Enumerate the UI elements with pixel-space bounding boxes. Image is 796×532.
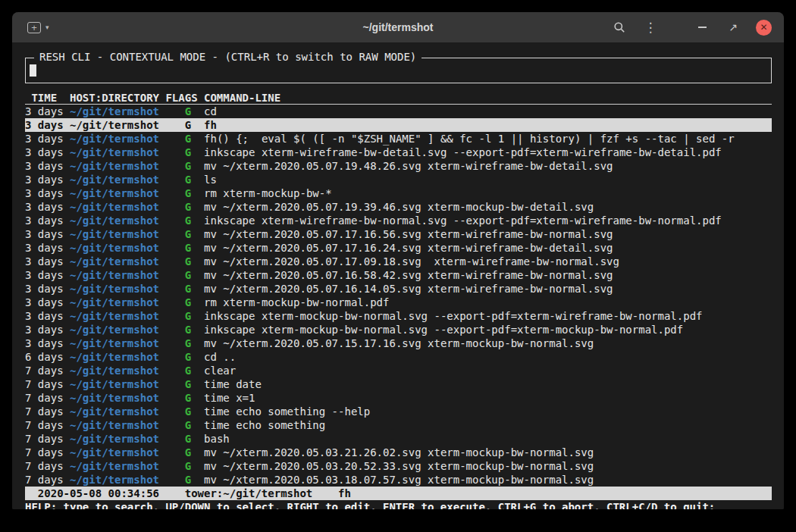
history-row[interactable]: 3 days ~/git/termshot G inkscape xterm-w…	[25, 146, 772, 159]
row-command: fh	[204, 119, 217, 131]
row-time: 3 days	[25, 242, 64, 254]
row-time: 7 days	[25, 405, 64, 418]
history-row[interactable]: 7 days ~/git/termshot G mv ~/xterm.2020.…	[25, 446, 772, 459]
terminal-screen[interactable]: RESH CLI - CONTEXTUAL MODE - (CTRL+R to …	[12, 43, 784, 509]
close-button[interactable]: ✕	[756, 20, 772, 36]
history-row[interactable]: 3 days ~/git/termshot G cd	[25, 105, 772, 118]
restore-icon: ↗	[729, 21, 738, 33]
minimize-button[interactable]	[694, 19, 710, 36]
row-flags: G	[185, 419, 191, 431]
row-host-directory: ~/git/termshot	[70, 133, 159, 145]
history-row[interactable]: 7 days ~/git/termshot G time echo someth…	[25, 418, 772, 432]
history-row[interactable]: 3 days ~/git/termshot G fh	[25, 118, 772, 132]
row-host-directory: ~/git/termshot	[70, 378, 159, 390]
history-row[interactable]: 6 days ~/git/termshot G cd ..	[25, 350, 772, 364]
history-row[interactable]: 3 days ~/git/termshot G mv ~/xterm.2020.…	[25, 227, 772, 241]
row-flags: G	[185, 392, 191, 404]
history-row[interactable]: 7 days ~/git/termshot G time echo someth…	[25, 405, 772, 418]
row-host-directory: ~/git/termshot	[70, 392, 159, 404]
row-time: 3 days	[25, 310, 64, 322]
minimize-icon	[698, 27, 707, 28]
search-button[interactable]	[611, 19, 628, 36]
row-command: mv ~/xterm.2020.05.07.19.48.26.svg xterm…	[204, 160, 613, 172]
history-row[interactable]: 3 days ~/git/termshot G mv ~/xterm.2020.…	[25, 282, 772, 296]
row-command: cd ..	[204, 351, 236, 363]
row-flags: G	[185, 146, 191, 158]
titlebar[interactable]: + ▾ ~/git/termshot ⋮ ↗ ✕	[12, 12, 784, 43]
row-flags: G	[185, 255, 191, 268]
history-row[interactable]: 3 days ~/git/termshot G rm xterm-mockup-…	[25, 186, 772, 200]
history-row[interactable]: 3 days ~/git/termshot G mv ~/xterm.2020.…	[25, 200, 772, 214]
row-flags: G	[185, 160, 191, 172]
row-time: 3 days	[25, 119, 64, 131]
history-row[interactable]: 3 days ~/git/termshot G inkscape xterm-m…	[25, 323, 772, 336]
row-flags: G	[185, 446, 191, 458]
row-host-directory: ~/git/termshot	[70, 255, 159, 268]
row-host-directory: ~/git/termshot	[70, 242, 159, 254]
row-host-directory: ~/git/termshot	[70, 419, 159, 431]
row-time: 3 days	[25, 255, 64, 268]
close-icon: ✕	[760, 23, 767, 32]
row-time: 3 days	[25, 269, 64, 281]
history-row[interactable]: 3 days ~/git/termshot G mv ~/xterm.2020.…	[25, 336, 772, 350]
row-time: 6 days	[25, 351, 64, 363]
row-flags: G	[185, 201, 191, 213]
status-bar: 2020-05-08 00:34:56 tower:~/git/termshot…	[25, 487, 772, 500]
row-time: 7 days	[25, 433, 64, 445]
row-time: 7 days	[25, 378, 64, 390]
help-line: HELP: type to search, UP/DOWN to select,…	[25, 500, 772, 509]
resh-search-input[interactable]: RESH CLI - CONTEXTUAL MODE - (CTRL+R to …	[25, 58, 772, 83]
row-host-directory: ~/git/termshot	[70, 214, 159, 227]
history-row[interactable]: 7 days ~/git/termshot G mv ~/xterm.2020.…	[25, 473, 772, 487]
row-host-directory: ~/git/termshot	[70, 105, 159, 117]
restore-button[interactable]: ↗	[725, 19, 741, 36]
history-row[interactable]: 7 days ~/git/termshot G bash	[25, 432, 772, 446]
history-row[interactable]: 3 days ~/git/termshot G ls	[25, 173, 772, 186]
history-row[interactable]: 3 days ~/git/termshot G fh() {; eval $( …	[25, 132, 772, 146]
row-time: 3 days	[25, 324, 64, 336]
history-row[interactable]: 3 days ~/git/termshot G inkscape xterm-w…	[25, 214, 772, 227]
kebab-menu-icon: ⋮	[644, 20, 657, 36]
new-tab-button[interactable]: + ▾	[24, 19, 52, 36]
row-host-directory: ~/git/termshot	[70, 310, 159, 322]
row-host-directory: ~/git/termshot	[70, 201, 159, 213]
row-command: bash	[204, 433, 230, 445]
history-row[interactable]: 7 days ~/git/termshot G time x=1	[25, 391, 772, 405]
row-host-directory: ~/git/termshot	[70, 296, 159, 308]
row-time: 3 days	[25, 337, 64, 349]
row-host-directory: ~/git/termshot	[70, 146, 159, 158]
row-host-directory: ~/git/termshot	[70, 337, 159, 349]
row-time: 7 days	[25, 392, 64, 404]
row-flags: G	[185, 365, 191, 377]
history-row[interactable]: 3 days ~/git/termshot G mv ~/xterm.2020.…	[25, 268, 772, 282]
history-row[interactable]: 7 days ~/git/termshot G clear	[25, 364, 772, 377]
row-command: fh() {; eval $( ([ -n "$ZSH_NAME" ] && f…	[204, 133, 735, 145]
row-command: mv ~/xterm.2020.05.03.20.52.33.svg xterm…	[204, 460, 594, 472]
row-command: mv ~/xterm.2020.05.07.17.09.18.svg xterm…	[204, 255, 619, 268]
history-row[interactable]: 7 days ~/git/termshot G time date	[25, 377, 772, 391]
row-host-directory: ~/git/termshot	[70, 351, 159, 363]
history-row[interactable]: 3 days ~/git/termshot G rm xterm-mockup-…	[25, 296, 772, 309]
row-command: ls	[204, 174, 217, 186]
history-row[interactable]: 3 days ~/git/termshot G mv ~/xterm.2020.…	[25, 159, 772, 173]
row-flags: G	[185, 405, 191, 418]
row-command: inkscape xterm-wireframe-bw-detail.svg -…	[204, 146, 722, 158]
row-time: 3 days	[25, 296, 64, 308]
terminal-window: + ▾ ~/git/termshot ⋮ ↗ ✕	[12, 12, 784, 509]
history-row[interactable]: 3 days ~/git/termshot G mv ~/xterm.2020.…	[25, 255, 772, 268]
row-host-directory: ~/git/termshot	[70, 283, 159, 295]
row-host-directory: ~/git/termshot	[70, 269, 159, 281]
row-command: time echo something	[204, 419, 325, 431]
row-flags: G	[185, 433, 191, 445]
history-row[interactable]: 3 days ~/git/termshot G inkscape xterm-m…	[25, 309, 772, 323]
row-command: time echo something --help	[204, 405, 370, 418]
menu-button[interactable]: ⋮	[642, 19, 659, 36]
row-flags: G	[185, 269, 191, 281]
history-row[interactable]: 7 days ~/git/termshot G mv ~/xterm.2020.…	[25, 459, 772, 473]
row-flags: G	[185, 474, 191, 486]
row-flags: G	[185, 187, 191, 199]
history-row[interactable]: 3 days ~/git/termshot G mv ~/xterm.2020.…	[25, 241, 772, 255]
resh-mode-label: RESH CLI - CONTEXTUAL MODE - (CTRL+R to …	[34, 51, 422, 63]
new-tab-icon: +	[27, 22, 41, 33]
text-cursor	[30, 64, 36, 77]
